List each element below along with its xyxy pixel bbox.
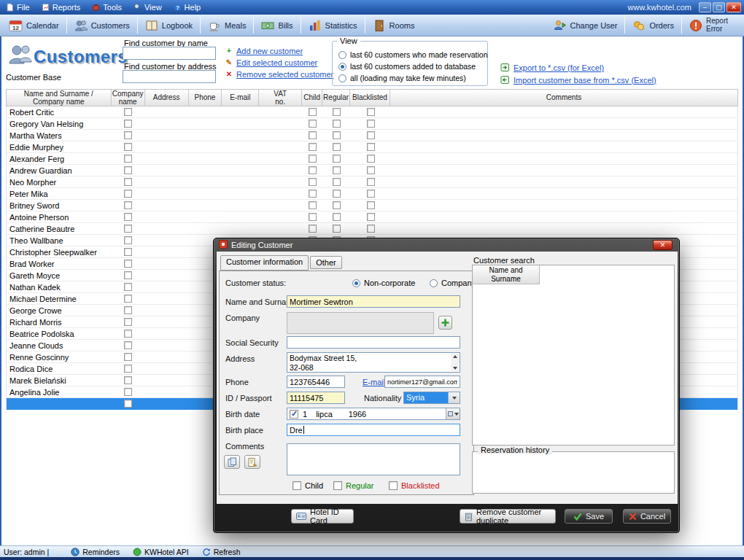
column-header-4[interactable]: Phone: [189, 90, 222, 106]
row-checkbox[interactable]: [309, 108, 317, 116]
row-checkbox[interactable]: [309, 178, 317, 186]
view-option-3[interactable]: all (loading may take few minutes): [338, 73, 466, 83]
row-checkbox[interactable]: [124, 190, 132, 198]
reservation-history-list[interactable]: [472, 451, 675, 494]
maximize-button[interactable]: ▢: [713, 2, 725, 12]
toolbar-rooms[interactable]: Rooms: [368, 16, 420, 35]
find-by-address-input[interactable]: [123, 70, 216, 83]
checkbox-icon[interactable]: [292, 481, 301, 490]
flag-regular[interactable]: Regular: [333, 481, 374, 490]
row-checkbox[interactable]: [124, 260, 132, 268]
table-row[interactable]: Neo Morpher: [7, 176, 737, 188]
save-button[interactable]: Save: [565, 509, 613, 524]
toolbar-report-error[interactable]: Report Error: [684, 16, 740, 35]
row-checkbox[interactable]: [333, 166, 341, 174]
row-checkbox[interactable]: [333, 201, 341, 209]
row-checkbox[interactable]: [124, 376, 132, 384]
row-checkbox[interactable]: [124, 365, 132, 373]
row-checkbox[interactable]: [367, 143, 375, 151]
row-checkbox[interactable]: [367, 166, 375, 174]
radio-icon[interactable]: [338, 74, 346, 82]
table-row[interactable]: Martha Waters: [7, 130, 737, 141]
export-csv-link[interactable]: Export to *.csv (for Excel): [500, 61, 656, 74]
menu-view[interactable]: View: [128, 0, 168, 15]
comments-input[interactable]: [287, 443, 460, 475]
row-checkbox[interactable]: [124, 236, 132, 244]
remove-duplicate-button[interactable]: Remove customer duplicate: [460, 509, 556, 524]
menu-help[interactable]: ?Help: [168, 0, 207, 15]
toolbar-calendar[interactable]: 12Calendar: [4, 16, 64, 35]
add-company-button[interactable]: [438, 316, 452, 330]
row-checkbox[interactable]: [124, 248, 132, 256]
row-checkbox[interactable]: [367, 201, 375, 209]
table-row[interactable]: Catherine Beautre: [7, 223, 737, 235]
column-header-8[interactable]: Regular: [322, 90, 350, 106]
birth-date-checkbox[interactable]: [290, 410, 298, 419]
address-scroll-arrows[interactable]: [451, 354, 459, 371]
row-checkbox[interactable]: [367, 120, 375, 128]
radio-icon[interactable]: [338, 63, 346, 71]
status-option-non-corporate[interactable]: Non-corporate: [352, 279, 415, 287]
dialog-close-button[interactable]: ✕: [653, 240, 673, 250]
hotel-id-card-button[interactable]: Hotel ID Card: [291, 509, 354, 524]
toolbar-change-user[interactable]: Change User: [549, 16, 623, 35]
birth-place-input[interactable]: Dre: [287, 424, 460, 436]
close-button[interactable]: ✕: [726, 2, 741, 12]
email-input[interactable]: [384, 376, 460, 388]
row-checkbox[interactable]: [333, 131, 341, 139]
row-checkbox[interactable]: [333, 225, 341, 233]
table-row[interactable]: Britney Sword: [7, 200, 737, 211]
row-checkbox[interactable]: [309, 213, 317, 221]
row-checkbox[interactable]: [333, 178, 341, 186]
row-checkbox[interactable]: [124, 271, 132, 279]
row-checkbox[interactable]: [124, 120, 132, 128]
table-row[interactable]: Gregory Van Helsing: [7, 118, 737, 130]
row-checkbox[interactable]: [124, 400, 132, 408]
column-header-10[interactable]: Comments: [390, 90, 737, 106]
column-header-6[interactable]: VAT no.: [259, 90, 302, 106]
birth-date-day[interactable]: 1: [303, 410, 307, 419]
menu-file[interactable]: File: [0, 0, 36, 15]
row-checkbox[interactable]: [124, 143, 132, 151]
row-checkbox[interactable]: [333, 108, 341, 116]
toolbar-logbook[interactable]: Logbook: [140, 16, 198, 35]
row-checkbox[interactable]: [309, 131, 317, 139]
table-row[interactable]: Antoine Pherson: [7, 211, 737, 223]
checkbox-icon[interactable]: [333, 481, 342, 490]
toolbar-bills[interactable]: Bills: [256, 16, 298, 35]
row-checkbox[interactable]: [124, 306, 132, 314]
row-checkbox[interactable]: [367, 213, 375, 221]
row-checkbox[interactable]: [124, 330, 132, 338]
link-edit-selected-customer[interactable]: ✎Edit selected customer: [225, 57, 333, 69]
row-checkbox[interactable]: [124, 108, 132, 116]
column-header-1[interactable]: Name and Surname / Company name: [7, 90, 112, 106]
email-label[interactable]: E-mail: [363, 378, 385, 386]
row-checkbox[interactable]: [333, 143, 341, 151]
birth-date-input[interactable]: 1 lipca 1966: [287, 408, 460, 420]
flag-blacklisted[interactable]: Blacklisted: [389, 481, 440, 490]
tab-other[interactable]: Other: [310, 256, 342, 269]
row-checkbox[interactable]: [124, 225, 132, 233]
row-checkbox[interactable]: [124, 155, 132, 163]
name-surname-input[interactable]: [287, 295, 460, 308]
id-passport-input[interactable]: [287, 392, 345, 404]
find-by-name-input[interactable]: [123, 47, 216, 60]
row-checkbox[interactable]: [124, 388, 132, 396]
row-checkbox[interactable]: [333, 120, 341, 128]
customer-search-list[interactable]: Name and Surname: [472, 265, 675, 446]
toolbar-customers[interactable]: Customers: [69, 16, 135, 35]
copy-customer-button[interactable]: [224, 455, 240, 469]
status-option-company[interactable]: Company: [430, 279, 476, 287]
row-checkbox[interactable]: [124, 131, 132, 139]
radio-icon[interactable]: [430, 279, 438, 287]
menu-reports[interactable]: Reports: [36, 0, 87, 15]
row-checkbox[interactable]: [309, 120, 317, 128]
row-checkbox[interactable]: [124, 166, 132, 174]
column-header-3[interactable]: Address: [145, 90, 189, 106]
toolbar-meals[interactable]: Meals: [203, 16, 251, 35]
row-checkbox[interactable]: [124, 295, 132, 303]
calendar-dropdown-button[interactable]: [446, 408, 460, 419]
row-checkbox[interactable]: [367, 155, 375, 163]
nationality-select[interactable]: Syria: [403, 392, 460, 404]
import-csv-link[interactable]: Import customer base from *.csv (Excel): [500, 74, 656, 86]
